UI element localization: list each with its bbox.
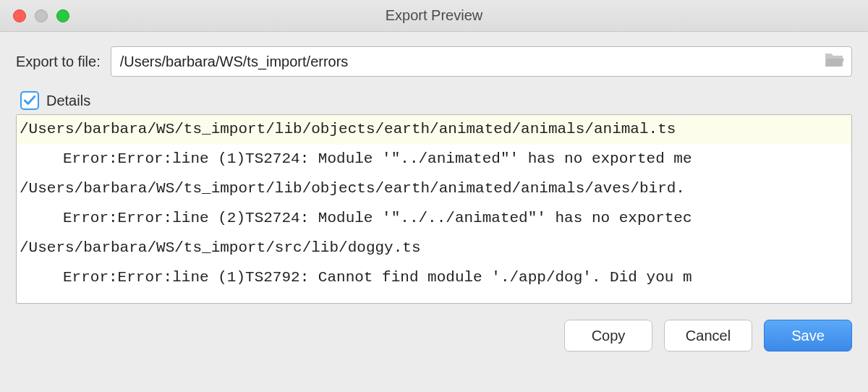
titlebar: Export Preview <box>0 0 868 32</box>
preview-line: Error:Error:line (1)TS2724: Module '"../… <box>17 145 851 174</box>
preview-line: Error:Error:line (1)TS2792: Cannot find … <box>17 263 851 293</box>
copy-button[interactable]: Copy <box>564 320 652 351</box>
preview-line: /Users/barbara/WS/ts_import/src/lib/dogg… <box>17 234 851 263</box>
save-button[interactable]: Save <box>764 320 852 351</box>
cancel-button[interactable]: Cancel <box>664 320 752 351</box>
maximize-window-button[interactable] <box>56 9 69 22</box>
export-file-row: Export to file: <box>16 46 852 77</box>
preview-line: Error:Error:line (2)TS2724: Module '"../… <box>17 204 851 234</box>
file-path-input[interactable] <box>120 54 824 70</box>
file-path-wrapper <box>111 46 852 77</box>
preview-line: /Users/barbara/WS/ts_import/lib/objects/… <box>17 174 851 204</box>
details-checkbox[interactable] <box>20 91 39 110</box>
preview-line: /Users/barbara/WS/ts_import/lib/objects/… <box>17 115 851 145</box>
minimize-window-button[interactable] <box>35 9 48 22</box>
export-to-file-label: Export to file: <box>16 54 101 70</box>
button-row: Copy Cancel Save <box>0 304 868 351</box>
window-title: Export Preview <box>386 7 483 24</box>
details-row: Details <box>16 91 852 110</box>
details-label: Details <box>46 93 90 109</box>
browse-folder-icon[interactable] <box>824 52 844 71</box>
dialog-content: Export to file: Details /Users/barbara/W… <box>0 32 868 304</box>
preview-textarea[interactable]: /Users/barbara/WS/ts_import/lib/objects/… <box>16 114 852 304</box>
window-controls <box>0 9 69 22</box>
close-window-button[interactable] <box>13 9 26 22</box>
